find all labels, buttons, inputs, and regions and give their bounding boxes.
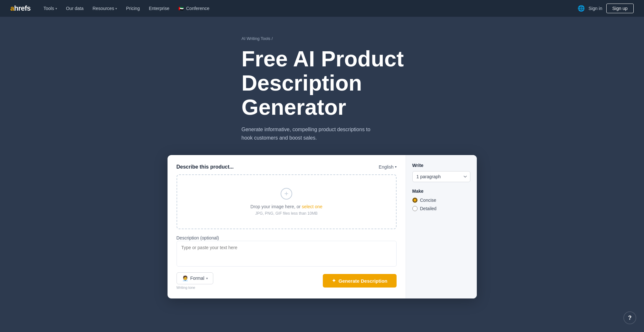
nav-resources[interactable]: Resources ▾ (89, 4, 121, 13)
detailed-radio[interactable] (412, 206, 418, 211)
signup-button[interactable]: Sign up (606, 4, 634, 13)
write-label: Write (412, 163, 470, 168)
concise-option[interactable]: Concise (412, 198, 470, 203)
breadcrumb: AI Writing Tools / (242, 36, 515, 41)
bottom-row: 🧑‍💼 Formal ▾ Writing tone ✦ ✦ Generate D… (177, 272, 397, 289)
help-button[interactable]: ? (623, 311, 636, 324)
concise-radio[interactable] (412, 198, 418, 203)
tool-card: Describe this product... English ▾ + Dro… (168, 155, 477, 298)
make-label: Make (412, 189, 470, 194)
generate-icon: ✦ (332, 278, 336, 284)
logo[interactable]: ahrefs (10, 4, 31, 13)
nav-links: Tools ▾ Our data Resources ▾ Pricing Ent… (40, 4, 578, 13)
nav-our-data[interactable]: Our data (62, 4, 87, 13)
generate-button[interactable]: ✦ ✦ Generate Description Generate Descri… (323, 274, 397, 288)
tool-right-panel: Write 1 paragraph 2 paragraphs 3 paragra… (406, 155, 477, 298)
format-button[interactable]: 🧑‍💼 Formal ▾ (177, 272, 214, 284)
nav-enterprise[interactable]: Enterprise (145, 4, 173, 13)
panel-title: Describe this product... (177, 164, 234, 170)
concise-label: Concise (420, 198, 437, 203)
navbar: ahrefs Tools ▾ Our data Resources ▾ Pric… (0, 0, 644, 17)
globe-icon[interactable]: 🌐 (578, 5, 585, 12)
nav-conference[interactable]: 🇦🇪 Conference (175, 4, 213, 13)
description-textarea[interactable] (177, 241, 397, 267)
hero-subtitle: Generate informative, compelling product… (242, 125, 377, 142)
image-drop-zone[interactable]: + Drop your image here, or select one JP… (177, 174, 397, 229)
select-file-link[interactable]: select one (302, 204, 322, 209)
drop-hint: JPG, PNG, GIF files less than 10MB (255, 211, 317, 216)
tool-left-panel: Describe this product... English ▾ + Dro… (168, 155, 406, 298)
writing-tone-label: Writing tone (177, 286, 214, 289)
drop-text: Drop your image here, or select one (250, 204, 322, 209)
chevron-down-icon: ▾ (115, 7, 117, 10)
detailed-label: Detailed (420, 206, 437, 211)
description-label: Description (optional) (177, 235, 219, 240)
panel-header: Describe this product... English ▾ (177, 164, 397, 170)
paragraph-select[interactable]: 1 paragraph 2 paragraphs 3 paragraphs (412, 171, 470, 182)
nav-tools[interactable]: Tools ▾ (40, 4, 61, 13)
language-selector[interactable]: English ▾ (379, 164, 397, 170)
chevron-down-icon: ▾ (206, 277, 208, 280)
detailed-option[interactable]: Detailed (412, 206, 470, 211)
formal-icon: 🧑‍💼 (182, 275, 188, 281)
chevron-down-icon: ▾ (395, 165, 397, 169)
chevron-down-icon: ▾ (55, 7, 57, 10)
hero-section: AI Writing Tools / Free AI Product Descr… (129, 17, 515, 155)
main-content: Describe this product... English ▾ + Dro… (129, 155, 515, 324)
nav-pricing[interactable]: Pricing (122, 4, 144, 13)
add-image-icon: + (281, 188, 292, 200)
nav-right: 🌐 Sign in Sign up (578, 4, 634, 13)
page-title: Free AI Product Description Generator (242, 47, 467, 119)
signin-link[interactable]: Sign in (589, 6, 602, 11)
